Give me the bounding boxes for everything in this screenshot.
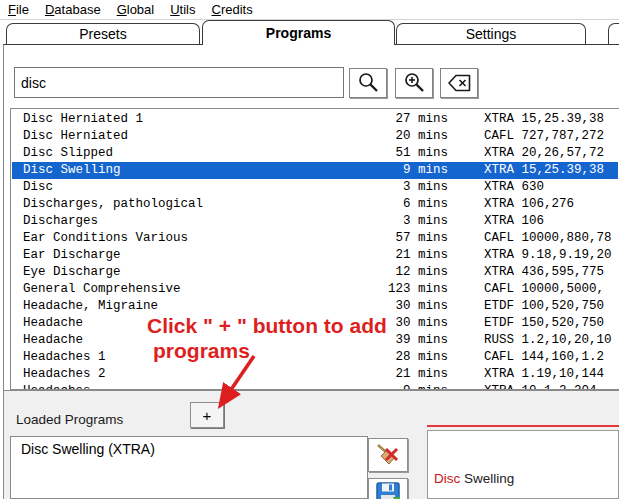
save-loaded-button[interactable] (368, 478, 408, 499)
tab-partial[interactable] (608, 23, 619, 44)
program-name: Discharges (23, 213, 98, 230)
program-frequencies: XTRA 10.1.2.204 (484, 383, 597, 390)
menu-item-utils[interactable]: Utils (170, 2, 195, 17)
program-name: Disc Herniated 1 (23, 111, 143, 128)
program-name: Headache (23, 332, 83, 349)
program-frequencies: CAFL 10000,5000, (484, 281, 604, 298)
program-name: Headaches (23, 383, 91, 390)
program-frequencies: XTRA 20,26,57,72 (484, 145, 604, 162)
program-row[interactable]: Ear Conditions Various57 minsCAFL 10000,… (12, 230, 618, 247)
program-name: Eye Discharge (23, 264, 121, 281)
program-duration: 27 mins (312, 111, 448, 128)
program-name: Headaches 1 (23, 349, 106, 366)
program-row[interactable]: Disc3 minsXTRA 630 (12, 179, 618, 196)
program-frequencies: XTRA 15,25.39,38 (484, 162, 604, 179)
program-duration: 57 mins (312, 230, 448, 247)
loaded-program-item[interactable]: Disc Swelling (XTRA) (11, 437, 367, 457)
program-row[interactable]: Headaches 128 minsCAFL 144,160,1.2 (12, 349, 618, 366)
program-row[interactable]: General Comprehensive123 minsCAFL 10000,… (12, 281, 618, 298)
tab-settings[interactable]: Settings (396, 23, 586, 44)
program-row[interactable]: Disc Swelling9 minsXTRA 15,25.39,38 (12, 162, 618, 179)
program-row[interactable]: Eye Discharge12 minsXTRA 436,595,775 (12, 264, 618, 281)
zoom-in-icon (402, 71, 426, 95)
program-duration: 9 mins (312, 383, 448, 390)
program-frequencies: XTRA 436,595,775 (484, 264, 604, 281)
program-row[interactable]: Headache, Migraine30 minsETDF 100,520,75… (12, 298, 618, 315)
search-input[interactable] (14, 67, 344, 98)
program-name: Disc Slipped (23, 145, 113, 162)
program-duration: 12 mins (312, 264, 448, 281)
program-name: Disc Herniated (23, 128, 128, 145)
program-name: Ear Conditions Various (23, 230, 188, 247)
program-duration: 20 mins (312, 128, 448, 145)
program-name: Discharges, pathological (23, 196, 203, 213)
program-name: Disc Swelling (23, 162, 121, 179)
menu-bar: FileDatabaseGlobalUtilsCredits (0, 0, 619, 20)
search-button[interactable] (349, 68, 387, 98)
search-icon (356, 71, 380, 95)
program-duration: 51 mins (312, 145, 448, 162)
description-text: Swelling (460, 471, 514, 486)
program-list[interactable]: Disc Herniated 127 minsXTRA 15,25.39,38D… (10, 108, 619, 390)
program-duration: 6 mins (312, 196, 448, 213)
tab-programs[interactable]: Programs (202, 20, 395, 45)
program-frequencies: RUSS 1.2,10,20,10 (484, 332, 612, 349)
annotation-arrow-icon (205, 350, 265, 414)
save-floppy-icon (374, 480, 402, 499)
loaded-programs-label: Loaded Programs (16, 412, 123, 427)
program-frequencies: XTRA 106,276 (484, 196, 574, 213)
program-row[interactable]: Ear Discharge21 minsXTRA 9.18,9.19,20 (12, 247, 618, 264)
menu-item-file[interactable]: File (8, 2, 29, 17)
menu-item-credits[interactable]: Credits (212, 2, 253, 17)
clear-backspace-icon (446, 72, 472, 94)
program-duration: 123 mins (312, 281, 448, 298)
program-duration: 9 mins (312, 162, 448, 179)
annotation-line1: Click " + " button to add (147, 314, 387, 338)
menu-item-global[interactable]: Global (117, 2, 155, 17)
program-duration: 30 mins (312, 298, 448, 315)
zoom-search-button[interactable] (395, 68, 433, 98)
program-row[interactable]: Discharges, pathological6 minsXTRA 106,2… (12, 196, 618, 213)
program-frequencies: XTRA 630 (484, 179, 544, 196)
program-duration: 3 mins (312, 179, 448, 196)
program-name: Headache (23, 315, 83, 332)
program-description-panel: Disc Swelling Spinal disc pain. Also see… (427, 430, 619, 499)
program-frequencies: ETDF 150,520,750 (484, 315, 604, 332)
program-frequencies: ETDF 100,520,750 (484, 298, 604, 315)
program-frequencies: XTRA 15,25.39,38 (484, 111, 604, 128)
tab-presets[interactable]: Presets (6, 23, 200, 44)
program-row[interactable]: Headaches 221 minsXTRA 1.19,10,144 (12, 366, 618, 383)
program-duration: 21 mins (312, 247, 448, 264)
program-row[interactable]: Disc Herniated 127 minsXTRA 15,25.39,38 (12, 111, 618, 128)
loaded-programs-list[interactable]: Disc Swelling (XTRA) (10, 436, 368, 499)
menu-item-database[interactable]: Database (45, 2, 101, 17)
program-name: Headache, Migraine (23, 298, 158, 315)
program-frequencies: CAFL 144,160,1.2 (484, 349, 604, 366)
tab-strip: PresetsProgramsSettings (0, 20, 619, 44)
program-duration: 21 mins (312, 366, 448, 383)
clear-loaded-button[interactable] (368, 438, 408, 472)
clear-search-button[interactable] (440, 68, 478, 98)
description-highlight-line (427, 425, 619, 427)
app-window: FileDatabaseGlobalUtilsCredits PresetsPr… (0, 0, 619, 499)
program-row[interactable]: Discharges3 minsXTRA 106 (12, 213, 618, 230)
program-rows: Disc Herniated 127 minsXTRA 15,25.39,38D… (11, 109, 619, 389)
program-frequencies: CAFL 10000,880,78 (484, 230, 612, 247)
program-name: Disc (23, 179, 53, 196)
program-frequencies: CAFL 727,787,272 (484, 128, 604, 145)
program-name: Headaches 2 (23, 366, 106, 383)
program-row[interactable]: Disc Slipped51 minsXTRA 20,26,57,72 (12, 145, 618, 162)
program-frequencies: XTRA 9.18,9.19,20 (484, 247, 612, 264)
program-frequencies: XTRA 1.19,10,144 (484, 366, 604, 383)
program-name: Ear Discharge (23, 247, 121, 264)
program-duration: 28 mins (312, 349, 448, 366)
program-row[interactable]: Headaches9 minsXTRA 10.1.2.204 (12, 383, 618, 390)
search-term-highlight: Disc (434, 471, 460, 486)
program-frequencies: XTRA 106 (484, 213, 544, 230)
program-row[interactable]: Disc Herniated20 minsCAFL 727,787,272 (12, 128, 618, 145)
description-line1: Disc Swelling (434, 470, 618, 487)
program-name: General Comprehensive (23, 281, 181, 298)
program-duration: 3 mins (312, 213, 448, 230)
broom-delete-icon (374, 441, 402, 470)
